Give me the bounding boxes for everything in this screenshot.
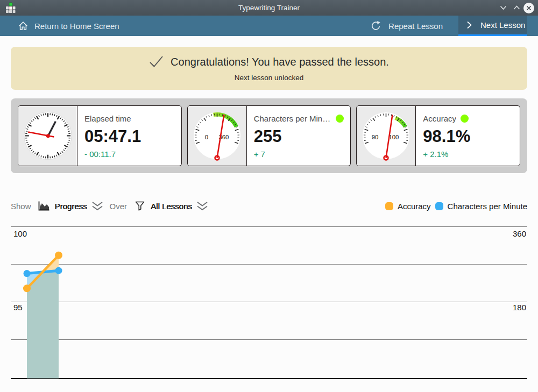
- chevron-right-icon: [466, 21, 472, 29]
- cpm-legend-label: Characters per Minute: [448, 202, 527, 211]
- show-label: Show: [11, 202, 31, 211]
- next-lesson-label: Next Lesson: [480, 20, 525, 30]
- cpm-legend-swatch: [435, 202, 443, 210]
- home-icon: [18, 20, 29, 31]
- status-dot: [461, 115, 469, 123]
- gauge-max-label: 100: [389, 134, 399, 140]
- y-left-tick-95: 95: [13, 303, 23, 312]
- banner-title: Congratulations! You have passed the les…: [171, 56, 389, 68]
- repeat-lesson-label: Repeat Lesson: [388, 22, 443, 31]
- progress-chart: 100 95 360 180: [0, 218, 538, 392]
- elapsed-time-delta: - 00:11.7: [84, 149, 175, 159]
- cpm-delta: + 7: [254, 149, 344, 159]
- window-minimize-icon[interactable]: [500, 5, 507, 10]
- accuracy-gauge-image: 90 100: [357, 106, 416, 166]
- return-home-label: Return to Home Screen: [34, 22, 119, 31]
- banner-subtitle: Next lesson unlocked: [11, 74, 527, 82]
- y-right-tick-360: 360: [513, 229, 526, 238]
- cpm-gauge-image: 0 360: [188, 106, 247, 166]
- gauge-icon: 90 100: [357, 106, 415, 166]
- accuracy-legend-label: Accuracy: [398, 202, 431, 211]
- titlebar: Typewriting Trainer: [0, 0, 538, 16]
- window-title: Typewriting Trainer: [0, 4, 538, 12]
- gauge-min-label: 90: [372, 134, 379, 140]
- accuracy-card: 90 100 Accuracy 98.1% + 2.1%: [356, 105, 520, 166]
- toolbar: Return to Home Screen Repeat Lesson Next…: [0, 16, 538, 36]
- graph-type-select[interactable]: Progress: [55, 202, 87, 211]
- chart-plot: [23, 252, 62, 379]
- card-title: Accuracy: [423, 114, 456, 123]
- elapsed-time-value: 05:47.1: [84, 127, 175, 146]
- gauge-icon: 0 360: [188, 106, 246, 166]
- y-right-tick-180: 180: [513, 303, 526, 312]
- double-chevron-down-icon[interactable]: [196, 201, 208, 211]
- next-lesson-button[interactable]: Next Lesson: [458, 16, 527, 36]
- progress-chart-svg: 100 95 360 180: [0, 218, 538, 392]
- cpm-value: 255: [254, 127, 344, 146]
- chart-legend: Accuracy Characters per Minute: [385, 202, 527, 211]
- accuracy-value: 98.1%: [423, 127, 513, 146]
- return-home-button[interactable]: Return to Home Screen: [0, 16, 119, 36]
- accuracy-delta: + 2.1%: [423, 149, 513, 159]
- clock-image: [18, 106, 77, 166]
- refresh-icon: [370, 20, 381, 32]
- gauge-min-label: 0: [204, 134, 208, 140]
- repeat-lesson-button[interactable]: Repeat Lesson: [370, 16, 443, 36]
- card-title: Characters per Minute: [254, 114, 332, 123]
- stats-panel: Elapsed time 05:47.1 - 00:11.7 0 360: [11, 98, 527, 173]
- elapsed-time-card: Elapsed time 05:47.1 - 00:11.7: [18, 105, 182, 166]
- pass-banner: Congratulations! You have passed the les…: [11, 47, 527, 90]
- app-icon: [4, 2, 16, 13]
- y-left-tick-100: 100: [13, 229, 27, 238]
- cpm-card: 0 360 Characters per Minute 255 + 7: [187, 105, 351, 166]
- over-label: Over: [110, 202, 128, 211]
- chart-controls: Show Progress Over All Lessons Accuracy …: [11, 199, 527, 213]
- card-title: Elapsed time: [84, 114, 131, 123]
- area-chart-icon: [38, 201, 49, 211]
- close-icon: [526, 5, 532, 11]
- filter-icon: [134, 201, 145, 211]
- checkmark-icon: [149, 55, 164, 68]
- status-dot: [336, 115, 344, 123]
- double-chevron-down-icon[interactable]: [91, 201, 103, 211]
- window-close-button[interactable]: [523, 3, 534, 13]
- accuracy-legend-swatch: [385, 202, 393, 210]
- lesson-filter-select[interactable]: All Lessons: [151, 202, 192, 211]
- window-maximize-icon[interactable]: [513, 5, 520, 10]
- clock-icon: [18, 106, 77, 166]
